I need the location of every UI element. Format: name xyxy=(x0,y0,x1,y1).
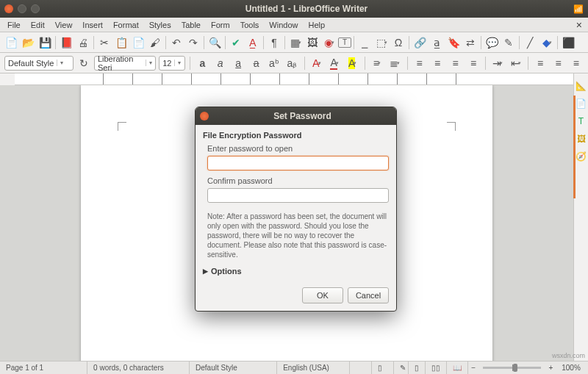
zoom-value[interactable]: 100% xyxy=(556,362,588,374)
enter-password-input[interactable] xyxy=(207,156,389,170)
status-insert[interactable] xyxy=(350,362,372,374)
status-style[interactable]: Default Style xyxy=(190,362,277,374)
zoom-slider[interactable] xyxy=(483,367,541,369)
zoom-in-icon[interactable]: + xyxy=(545,364,556,372)
watermark: wsxdn.com xyxy=(552,352,585,359)
dialog-section-heading: File Encryption Password xyxy=(203,131,389,140)
dialog-close-button[interactable] xyxy=(200,112,209,121)
password-note: Note: After a password has been set, the… xyxy=(207,212,389,259)
set-password-dialog: Set Password File Encryption Password En… xyxy=(195,107,397,312)
chevron-right-icon: ▶ xyxy=(203,267,208,275)
status-view-book-icon[interactable]: 📖 xyxy=(447,362,468,374)
zoom-out-icon[interactable]: − xyxy=(468,364,478,372)
status-page[interactable]: Page 1 of 1 xyxy=(0,362,87,374)
status-sig[interactable]: ✎ xyxy=(394,362,409,374)
dialog-titlebar[interactable]: Set Password xyxy=(196,107,396,125)
dialog-title: Set Password xyxy=(213,111,392,121)
status-bar: Page 1 of 1 0 words, 0 characters Defaul… xyxy=(0,361,588,374)
confirm-password-input[interactable] xyxy=(207,188,389,203)
status-wordcount[interactable]: 0 words, 0 characters xyxy=(87,362,190,374)
status-view-multi-icon[interactable]: ▯▯ xyxy=(426,362,447,374)
options-expander[interactable]: ▶ Options xyxy=(203,267,389,276)
status-language[interactable]: English (USA) xyxy=(277,362,350,374)
confirm-password-label: Confirm password xyxy=(207,176,389,185)
ok-button[interactable]: OK xyxy=(302,287,343,303)
cancel-button[interactable]: Cancel xyxy=(348,287,389,303)
status-sel[interactable]: ▯ xyxy=(372,362,394,374)
enter-password-label: Enter password to open xyxy=(207,144,389,153)
status-view-single-icon[interactable]: ▯ xyxy=(409,362,426,374)
modal-overlay: Set Password File Encryption Password En… xyxy=(0,0,588,374)
